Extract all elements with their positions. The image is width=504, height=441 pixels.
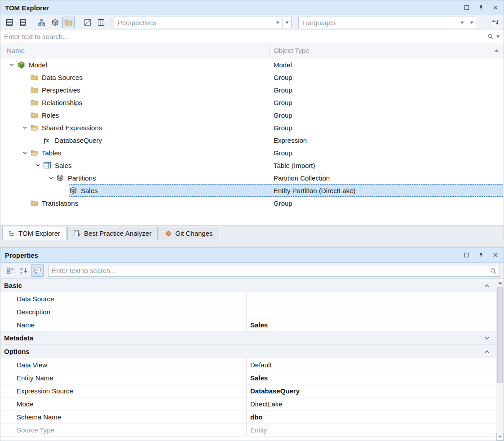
maximize-icon[interactable] xyxy=(463,251,470,259)
scroll-up-icon[interactable] xyxy=(496,279,504,287)
dropdown-caret-icon[interactable] xyxy=(458,17,467,28)
properties-scrollbar[interactable] xyxy=(496,279,504,441)
hierarchy-icon[interactable] xyxy=(35,17,48,28)
property-group-label: Metadata xyxy=(4,334,33,342)
tree-node-label: Tables xyxy=(42,149,61,157)
property-description-icon[interactable] xyxy=(31,265,44,277)
tree-row[interactable]: TranslationsGroup xyxy=(0,197,504,209)
tree-node-label: Shared Expressions xyxy=(42,124,102,132)
expander-chevron-icon[interactable] xyxy=(32,163,44,168)
expander-chevron-icon[interactable] xyxy=(45,176,57,181)
languages-combo-placeholder: Languages xyxy=(302,19,336,26)
property-value[interactable]: DatabaseQuery xyxy=(246,384,496,397)
folder-icon[interactable] xyxy=(62,17,75,28)
tree-row[interactable]: RolesGroup xyxy=(0,109,504,121)
property-row-data-source[interactable]: Data Source xyxy=(0,292,496,305)
tree-row[interactable]: Shared ExpressionsGroup xyxy=(0,121,504,134)
languages-combo[interactable]: Languages xyxy=(298,17,476,28)
collapse-group-icon[interactable] xyxy=(484,284,490,287)
property-group-label: Basic xyxy=(4,282,22,289)
property-group-basic[interactable]: Basic xyxy=(0,279,496,292)
property-value[interactable] xyxy=(246,305,496,318)
dropdown-caret-icon[interactable] xyxy=(282,17,291,28)
tom-explorer-title: TOM Explorer xyxy=(5,4,49,12)
properties-toolbar: AZ xyxy=(0,263,504,279)
expander-chevron-icon[interactable] xyxy=(6,62,18,67)
tree-cell-name: Perspectives xyxy=(0,84,270,96)
tom-search-input[interactable] xyxy=(4,33,487,40)
perspectives-combo-placeholder: Perspectives xyxy=(118,19,156,26)
pin-icon[interactable] xyxy=(477,4,485,11)
categorized-icon[interactable] xyxy=(4,265,17,277)
expander-chevron-icon[interactable] xyxy=(19,150,31,155)
tree-row[interactable]: PartitionsPartition Collection xyxy=(0,172,504,184)
tree-cell-name: Relationships xyxy=(0,96,270,109)
property-row-source-type[interactable]: Source TypeEntity xyxy=(0,423,496,437)
property-row-entity-name[interactable]: Entity NameSales xyxy=(0,371,496,384)
tree-row[interactable]: SalesEntity Partition (DirectLake) xyxy=(0,184,504,197)
tree-row[interactable]: RelationshipsGroup xyxy=(0,96,504,109)
scrollbar-thumb[interactable] xyxy=(497,287,503,383)
search-options-caret-icon[interactable] xyxy=(496,35,500,38)
expand-group-icon[interactable] xyxy=(484,336,490,340)
tab-git-changes[interactable]: Git Changes xyxy=(159,227,219,240)
tree-node-label: Relationships xyxy=(42,99,82,106)
property-row-mode[interactable]: ModeDirectLake xyxy=(0,397,496,410)
model-grid-icon[interactable] xyxy=(3,17,15,28)
tree-row[interactable]: fxDatabaseQueryExpression xyxy=(0,134,504,146)
property-value[interactable]: DirectLake xyxy=(246,397,496,410)
tree-node-label: Sales xyxy=(55,162,72,169)
tree-row[interactable]: SalesTable (Import) xyxy=(0,159,504,172)
diagram-icon[interactable] xyxy=(81,17,93,28)
close-icon[interactable] xyxy=(492,251,499,259)
property-row-name[interactable]: NameSales xyxy=(0,318,496,331)
property-name: Mode xyxy=(0,397,246,410)
float-windows-icon[interactable] xyxy=(489,17,501,28)
scroll-down-icon[interactable] xyxy=(496,433,504,441)
property-value[interactable]: Sales xyxy=(246,371,496,384)
table-rows-icon[interactable] xyxy=(17,17,29,28)
sort-alphabetical-icon[interactable]: AZ xyxy=(18,265,30,277)
expander-chevron-icon[interactable] xyxy=(19,125,31,130)
column-header-object-type[interactable]: Object Type xyxy=(270,43,504,58)
columns-icon[interactable] xyxy=(95,17,107,28)
column-header-name[interactable]: Name xyxy=(0,43,270,58)
tree-row[interactable]: TablesGroup xyxy=(0,146,504,159)
best-practice-analyzer-icon xyxy=(74,230,81,237)
property-row-description[interactable]: Description xyxy=(0,305,496,318)
cube-icon[interactable] xyxy=(49,17,61,28)
tab-best-practice-analyzer[interactable]: Best Practice Analyzer xyxy=(67,227,158,240)
pin-icon[interactable] xyxy=(477,251,485,259)
property-value[interactable]: dbo xyxy=(246,410,496,423)
dropdown-caret-icon[interactable] xyxy=(467,17,476,28)
property-group-metadata[interactable]: Metadata xyxy=(0,331,496,345)
svg-text:Z: Z xyxy=(20,271,22,274)
close-icon[interactable] xyxy=(492,4,499,11)
property-row-expression-source[interactable]: Expression SourceDatabaseQuery xyxy=(0,384,496,397)
property-value[interactable]: Entity xyxy=(246,423,496,436)
tree-node-label: Perspectives xyxy=(42,86,80,94)
property-row-data-view[interactable]: Data ViewDefault xyxy=(0,358,496,371)
property-group-options[interactable]: Options xyxy=(0,345,496,358)
search-icon[interactable] xyxy=(487,33,494,40)
tree-row[interactable]: PerspectivesGroup xyxy=(0,84,504,96)
maximize-icon[interactable] xyxy=(463,4,470,11)
property-row-schema-name[interactable]: Schema Namedbo xyxy=(0,410,496,423)
dropdown-caret-icon[interactable] xyxy=(273,17,282,28)
search-icon[interactable] xyxy=(490,268,496,274)
languages-combo-buttons xyxy=(458,17,476,28)
property-name: Source Type xyxy=(0,423,246,436)
property-value[interactable] xyxy=(246,292,496,305)
tom-explorer-panel: TOM Explorer Perspectives xyxy=(0,0,504,241)
tree-node-label: Data Sources xyxy=(42,74,83,81)
tree-row[interactable]: Data SourcesGroup xyxy=(0,71,504,84)
properties-search-input[interactable] xyxy=(52,267,490,274)
perspectives-combo[interactable]: Perspectives xyxy=(114,17,292,28)
tab-tom-explorer[interactable]: TOM Explorer xyxy=(2,227,66,240)
property-value[interactable]: Sales xyxy=(246,318,496,331)
tree-row[interactable]: ModelModel xyxy=(0,58,504,71)
property-name: Description xyxy=(0,305,246,318)
collapse-group-icon[interactable] xyxy=(484,350,490,353)
property-value[interactable]: Default xyxy=(246,358,496,371)
tree-node-label: Sales xyxy=(81,187,98,194)
